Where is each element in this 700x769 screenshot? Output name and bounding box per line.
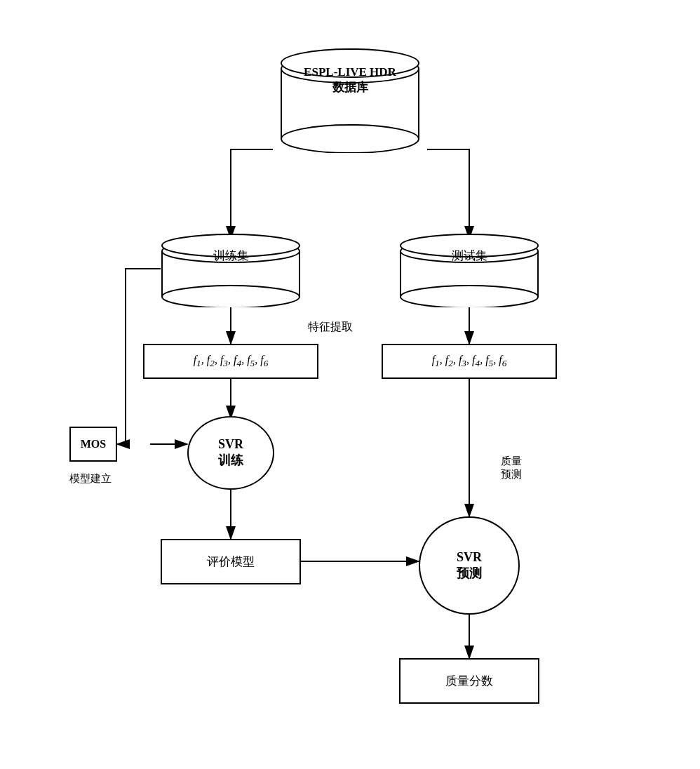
- svr-predict-ellipse: SVR 预测: [419, 516, 520, 615]
- train-features-label: f1, f2, f3, f4, f5, f6: [194, 354, 269, 369]
- test-features-box: f1, f2, f3, f4, f5, f6: [382, 344, 557, 379]
- main-db-label-line2: 数据库: [280, 79, 420, 95]
- quality-score-label: 质量分数: [445, 673, 493, 689]
- svr-train-label-line2: 训练: [218, 452, 243, 469]
- svr-predict-label-line2: 预测: [457, 565, 482, 582]
- quality-predict-label: 质量预测: [501, 455, 522, 481]
- svr-train-label-line1: SVR: [218, 437, 243, 452]
- quality-score-box: 质量分数: [399, 658, 539, 704]
- mos-box: MOS: [69, 427, 117, 462]
- train-set-cylinder: 训练集: [161, 230, 301, 307]
- eval-model-label: 评价模型: [207, 554, 255, 570]
- feature-extract-label: 特征提取: [308, 320, 353, 335]
- svr-train-ellipse: SVR 训练: [187, 416, 274, 490]
- diagram: ESPL-LIVE HDR 数据库 训练集 测试集: [34, 27, 666, 742]
- eval-model-box: 评价模型: [161, 539, 301, 584]
- svg-point-12: [281, 125, 419, 153]
- train-features-box: f1, f2, f3, f4, f5, f6: [143, 344, 318, 379]
- svg-point-24: [401, 286, 538, 307]
- test-set-cylinder: 测试集: [399, 230, 539, 307]
- test-features-label: f1, f2, f3, f4, f5, f6: [432, 354, 507, 369]
- main-db-label-line1: ESPL-LIVE HDR: [280, 65, 420, 79]
- main-db-cylinder: ESPL-LIVE HDR 数据库: [280, 41, 420, 153]
- mos-label: MOS: [81, 438, 106, 450]
- test-set-label: 测试集: [399, 248, 539, 264]
- model-build-label: 模型建立: [69, 472, 112, 486]
- train-set-label: 训练集: [161, 248, 301, 264]
- svg-point-18: [162, 286, 299, 307]
- svr-predict-label-line1: SVR: [457, 550, 482, 565]
